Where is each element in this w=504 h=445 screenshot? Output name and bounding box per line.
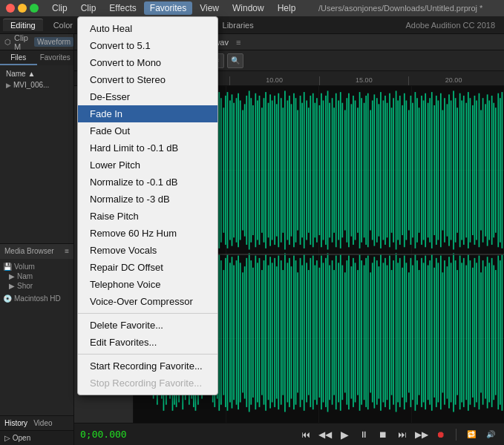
svg-rect-284 — [359, 254, 361, 411]
media-item-macintosh[interactable]: 💿 Macintosh HD — [3, 294, 71, 303]
svg-rect-145 — [428, 103, 429, 238]
menu-item-delete-favorite[interactable]: Delete Favorite... — [78, 317, 217, 334]
btn-play[interactable]: ▶ — [337, 427, 352, 442]
svg-rect-289 — [370, 272, 371, 392]
menu-item-edit-favorites[interactable]: Edit Favorites... — [78, 334, 217, 351]
minimize-button[interactable] — [18, 4, 27, 13]
svg-rect-136 — [408, 110, 410, 230]
waveform-menu-icon[interactable]: ≡ — [236, 38, 240, 47]
svg-rect-291 — [373, 257, 375, 408]
svg-rect-322 — [440, 256, 442, 410]
menu-item-de-esser[interactable]: De-Esser — [78, 88, 217, 105]
tab-libraries[interactable]: Libraries — [215, 19, 261, 31]
svg-rect-315 — [425, 256, 426, 410]
svg-rect-114 — [361, 98, 362, 243]
tab-files[interactable]: Files — [0, 50, 37, 65]
menu-favorites[interactable]: Favorites — [144, 1, 192, 15]
svg-rect-309 — [412, 266, 413, 400]
open-button[interactable]: ▷ Open — [4, 434, 30, 442]
svg-rect-160 — [459, 93, 461, 248]
file-item-mvi[interactable]: ▶ MVI_006... — [3, 79, 71, 90]
svg-rect-337 — [472, 268, 474, 398]
menu-item-fade-out[interactable]: Fade Out — [78, 122, 217, 139]
menu-clip2[interactable]: Clip — [75, 1, 102, 15]
svg-rect-325 — [447, 266, 448, 398]
menu-item-remove-vocals[interactable]: Remove Vocals — [78, 242, 217, 259]
menu-item-fade-in[interactable]: Fade In — [78, 105, 217, 122]
menu-item-raise-pitch[interactable]: Raise Pitch — [78, 208, 217, 225]
svg-rect-281 — [353, 258, 354, 407]
menu-item-start-recording-favorite[interactable]: Start Recording Favorite... — [78, 357, 217, 375]
svg-rect-287 — [365, 258, 367, 407]
close-button[interactable] — [6, 4, 15, 13]
media-item-volume[interactable]: 💾 Volum — [3, 262, 71, 271]
menu-help[interactable]: Help — [272, 1, 302, 15]
menu-item-convert-to-stereo[interactable]: Convert to Stereo — [78, 71, 217, 88]
tab-color[interactable]: Color — [46, 19, 80, 31]
svg-rect-279 — [348, 256, 350, 410]
btn-record[interactable]: ⏺ — [433, 427, 448, 442]
menu-item-remove-60-hz-hum[interactable]: Remove 60 Hz Hum — [78, 225, 217, 242]
svg-rect-102 — [336, 93, 337, 248]
svg-rect-293 — [379, 266, 380, 398]
menu-item-normalize-to--01-db[interactable]: Normalize to -0.1 dB — [78, 174, 217, 191]
svg-rect-261 — [310, 258, 311, 407]
btn-stop[interactable]: ⏹ — [376, 427, 390, 442]
svg-rect-94 — [319, 105, 321, 235]
tool-zoom[interactable]: 🔍 — [227, 53, 243, 68]
svg-rect-75 — [278, 93, 279, 248]
svg-rect-299 — [391, 270, 393, 395]
menu-clip[interactable]: Clip — [46, 1, 73, 15]
svg-rect-177 — [495, 108, 497, 233]
maximize-button[interactable] — [30, 4, 39, 13]
svg-rect-224 — [232, 257, 233, 408]
tab-history[interactable]: History — [4, 419, 27, 427]
menu-item-lower-pitch[interactable]: Lower Pitch — [78, 156, 217, 174]
svg-rect-278 — [346, 260, 347, 405]
waveform-label: Waveform — [34, 37, 73, 47]
menu-window[interactable]: Window — [226, 1, 270, 15]
tab-editing[interactable]: Editing — [3, 19, 43, 31]
svg-rect-139 — [415, 92, 416, 248]
menu-item-hard-limit-to--01-db[interactable]: Hard Limit to -0.1 dB — [78, 139, 217, 156]
menu-item-convert-to-mono[interactable]: Convert to Mono — [78, 54, 217, 71]
svg-rect-79 — [287, 100, 288, 240]
menu-separator — [78, 313, 217, 314]
btn-pause[interactable]: ⏸ — [356, 427, 371, 442]
svg-rect-263 — [314, 266, 315, 400]
menu-item-repair-dc-offset[interactable]: Repair DC Offset — [78, 259, 217, 276]
btn-skip-back[interactable]: ⏮ — [298, 427, 313, 442]
menu-effects[interactable]: Effects — [103, 1, 142, 15]
svg-rect-179 — [500, 98, 501, 243]
menu-view[interactable]: View — [194, 1, 225, 15]
menu-item-auto-heal[interactable]: Auto Heal — [78, 20, 217, 37]
btn-loop[interactable]: 🔁 — [464, 427, 479, 442]
btn-volume[interactable]: 🔊 — [483, 427, 498, 442]
svg-rect-109 — [351, 104, 353, 236]
media-item-name[interactable]: ▶ Nam — [3, 271, 71, 281]
svg-rect-277 — [344, 272, 346, 392]
menu-item-voice-over-compressor[interactable]: Voice-Over Compressor — [78, 293, 217, 310]
media-browser-menu-icon[interactable]: ≡ — [65, 247, 69, 255]
svg-rect-269 — [327, 253, 329, 412]
media-item-short[interactable]: ▶ Shor — [3, 281, 71, 291]
svg-rect-78 — [284, 90, 286, 249]
svg-rect-128 — [391, 108, 393, 233]
menu-item-convert-to-51[interactable]: Convert to 5.1 — [78, 37, 217, 54]
tab-video[interactable]: Video — [33, 419, 52, 427]
svg-rect-168 — [476, 100, 477, 240]
expand-arrow: ▶ — [6, 82, 11, 89]
menu-item-normalize-to--3-db[interactable]: Normalize to -3 dB — [78, 191, 217, 208]
svg-rect-323 — [442, 272, 444, 392]
svg-rect-272 — [333, 270, 335, 395]
svg-rect-343 — [485, 266, 486, 398]
btn-skip-fwd[interactable]: ⏭ — [395, 427, 410, 442]
svg-rect-51 — [227, 92, 229, 248]
media-browser-section: Media Browser ≡ 💾 Volum ▶ Nam ▶ Shor 💿 — [0, 243, 73, 416]
menu-item-telephone-voice[interactable]: Telephone Voice — [78, 276, 217, 293]
btn-ffwd[interactable]: ▶▶ — [414, 427, 429, 442]
svg-rect-256 — [300, 258, 301, 407]
svg-rect-294 — [380, 254, 382, 411]
tab-favorites-panel[interactable]: Favorites — [37, 50, 74, 65]
btn-rewind[interactable]: ◀◀ — [318, 427, 333, 442]
